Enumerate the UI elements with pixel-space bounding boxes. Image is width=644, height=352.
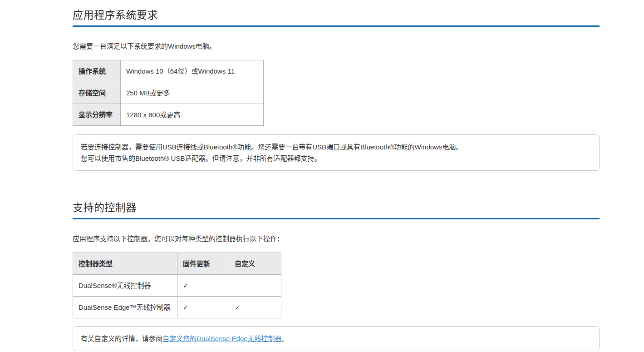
section-heading: 应用程序系统要求 [73,6,600,27]
section-system-requirements: 应用程序系统要求 您需要一台满足以下系统要求的Windows电脑。 操作系统 W… [73,6,600,171]
column-header-controller-type: 控制器类型 [73,253,177,275]
spec-label-cell: 存储空间 [73,82,121,104]
table-row: 存储空间 250 MB或更多 [73,82,264,104]
table-row: 显示分辨率 1280 x 800或更高 [73,104,264,126]
customization-note-box: 有关自定义的详情，请参阅自定义您的DualSense Edge无线控制器。 [73,326,600,351]
column-header-firmware-update: 固件更新 [177,253,229,275]
spec-label-cell: 显示分辨率 [73,104,121,126]
main-content: 应用程序系统要求 您需要一台满足以下系统要求的Windows电脑。 操作系统 W… [73,0,600,351]
table-header-row: 控制器类型 固件更新 自定义 [73,253,281,275]
firmware-support-cell: ✓ [177,297,229,318]
note-text-suffix: 。 [282,335,289,342]
spec-value-cell: Windows 10（64位）或Windows 11 [121,60,264,82]
customization-support-cell: - [229,275,281,297]
page: 应用程序系统要求 您需要一台满足以下系统要求的Windows电脑。 操作系统 W… [0,0,644,352]
table-row: DualSense Edge™无线控制器 ✓ ✓ [73,297,281,318]
note-text: 有关自定义的详情，请参阅 [81,335,162,342]
table-row: DualSense®无线控制器 ✓ - [73,275,281,297]
note-line: 您可以使用市售的Bluetooth® USB适配器。但请注意，并非所有适配器都支… [81,153,591,164]
controller-name-cell: DualSense Edge™无线控制器 [73,297,177,318]
table-row: 操作系统 Windows 10（64位）或Windows 11 [73,60,264,82]
supported-controllers-table: 控制器类型 固件更新 自定义 DualSense®无线控制器 ✓ - DualS… [73,253,281,318]
firmware-support-cell: ✓ [177,275,229,297]
spec-label-cell: 操作系统 [73,60,121,82]
section-heading: 支持的控制器 [73,199,600,219]
spec-value-cell: 250 MB或更多 [121,82,264,104]
spec-value-cell: 1280 x 800或更高 [121,104,264,126]
intro-text: 您需要一台满足以下系统要求的Windows电脑。 [73,41,600,51]
intro-text: 应用程序支持以下控制器。您可以对每种类型的控制器执行以下操作： [73,234,600,243]
customization-support-cell: ✓ [229,297,281,318]
note-line: 若要连接控制器，需要使用USB连接线或Bluetooth®功能。您还需要一台带有… [81,141,591,153]
connection-note-box: 若要连接控制器，需要使用USB连接线或Bluetooth®功能。您还需要一台带有… [73,134,600,171]
controller-name-cell: DualSense®无线控制器 [73,275,177,297]
section-supported-controllers: 支持的控制器 应用程序支持以下控制器。您可以对每种类型的控制器执行以下操作： 控… [73,199,600,351]
customization-guide-link[interactable]: 自定义您的DualSense Edge无线控制器 [162,335,282,342]
system-requirements-table: 操作系统 Windows 10（64位）或Windows 11 存储空间 250… [73,60,264,126]
column-header-customization: 自定义 [229,253,281,275]
